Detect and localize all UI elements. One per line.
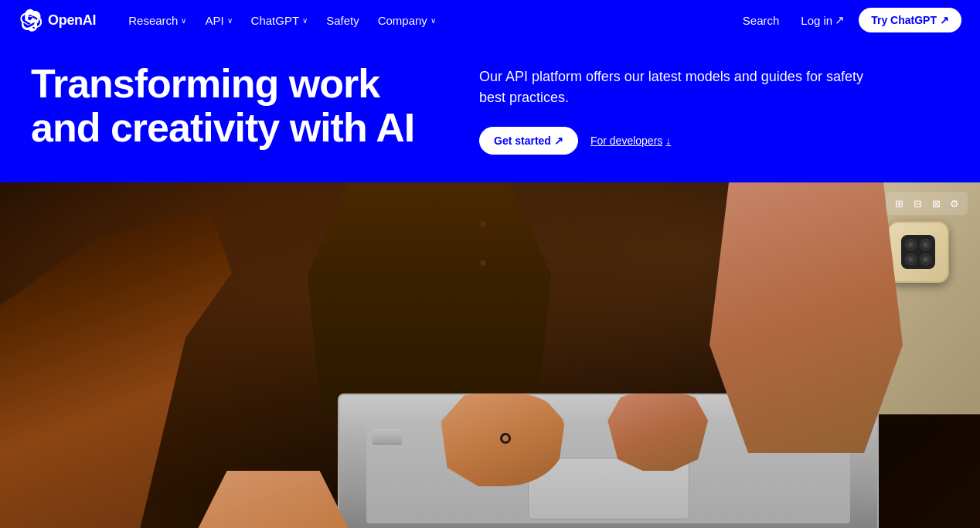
- get-started-button[interactable]: Get started ↗: [479, 127, 578, 155]
- nav-links: Research ∨ API ∨ ChatGPT ∨ Safety Compan…: [121, 9, 735, 32]
- hero-title: Transforming work and creativity with AI: [31, 62, 417, 150]
- navbar: OpenAI Research ∨ API ∨ ChatGPT ∨ Safety…: [0, 0, 980, 40]
- ring: [500, 433, 511, 444]
- nav-chatgpt[interactable]: ChatGPT ∨: [243, 9, 316, 32]
- hero-right: Our API platform offers our latest model…: [479, 62, 949, 155]
- hero-image: ⊞ ⊟ ⊠ ⚙: [0, 182, 980, 528]
- chevron-down-icon: ∨: [181, 16, 186, 25]
- hero-buttons: Get started ↗ For developers ↓: [479, 127, 949, 155]
- try-chatgpt-button[interactable]: Try ChatGPT ↗: [859, 8, 961, 32]
- login-button[interactable]: Log in ↗: [793, 9, 852, 32]
- search-button[interactable]: Search: [735, 9, 788, 32]
- chevron-down-icon: ∨: [430, 16, 436, 25]
- photo-scene: for(let i=0;i<75;i++){ document.currentS…: [0, 182, 980, 528]
- settings-icon[interactable]: ⚙: [946, 195, 963, 212]
- nav-safety[interactable]: Safety: [318, 9, 367, 32]
- expand-icon[interactable]: ⊠: [927, 195, 944, 212]
- hero-left: Transforming work and creativity with AI: [31, 62, 417, 150]
- grid-view-icon[interactable]: ⊞: [890, 195, 907, 212]
- nav-api[interactable]: API ∨: [197, 9, 240, 32]
- chevron-down-icon: ∨: [302, 16, 308, 25]
- nav-research[interactable]: Research ∨: [121, 9, 194, 32]
- person-right-arm: [709, 182, 903, 453]
- nav-actions: Search Log in ↗ Try ChatGPT ↗: [735, 8, 961, 32]
- brand-name: OpenAI: [48, 12, 96, 29]
- hero-section: Transforming work and creativity with AI…: [0, 40, 980, 182]
- hand-right: [607, 393, 708, 471]
- hero-description: Our API platform offers our latest model…: [479, 66, 881, 108]
- image-toolbar: ⊞ ⊟ ⊠ ⚙: [886, 192, 968, 215]
- list-view-icon[interactable]: ⊟: [909, 195, 926, 212]
- for-developers-button[interactable]: For developers ↓: [590, 135, 671, 147]
- logo[interactable]: OpenAI: [19, 9, 96, 32]
- chevron-down-icon: ∨: [227, 16, 233, 25]
- nav-company[interactable]: Company ∨: [370, 9, 444, 32]
- openai-logo-icon: [19, 9, 42, 32]
